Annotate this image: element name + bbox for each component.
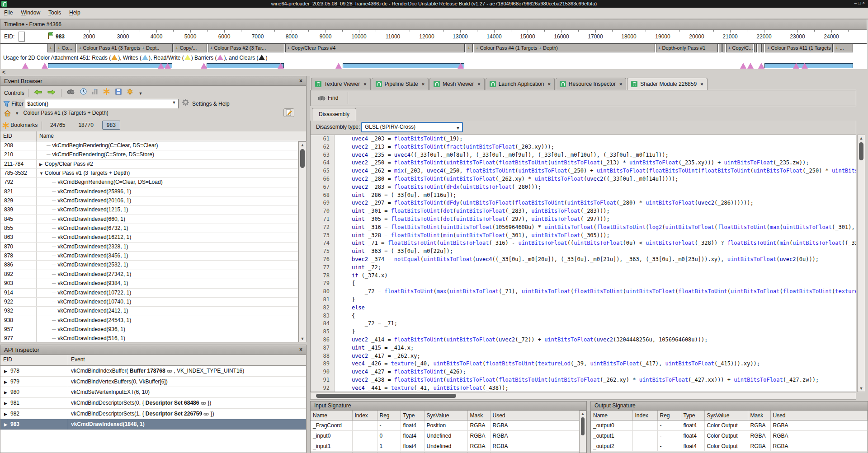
menu-tools[interactable]: Tools (44, 8, 65, 19)
tab-shader-module-226859[interactable]: Shader Module 226859× (627, 78, 707, 90)
event-row-863[interactable]: 863─vkCmdDrawIndexed(16212, 1) (0, 233, 298, 242)
current-eid-flag-icon[interactable] (47, 32, 54, 39)
col-event[interactable]: Event (68, 355, 306, 365)
event-row-210[interactable]: 210─vkCmdEndRendering(C=Store, DS=Store) (0, 150, 298, 159)
api-row-979[interactable]: ▶979vkCmdBindVertexBuffers(0, VkBuffer[6… (0, 377, 306, 388)
signature-splitter[interactable] (587, 401, 590, 453)
event-browser-table[interactable]: 208─vkCmdBeginRendering(C=Clear, DS=Clea… (0, 141, 298, 342)
menu-file[interactable]: File (0, 8, 17, 19)
breadcrumb[interactable]: Colour Pass #1 (3 Targets + Depth) (24, 110, 108, 116)
timing-clock-icon[interactable] (78, 87, 89, 96)
pass-segment[interactable]: + ... (834, 44, 853, 52)
close-icon[interactable]: × (700, 81, 703, 87)
pass-segment[interactable]: + Copy/... (174, 44, 207, 52)
api-row-982[interactable]: ▶982vkCmdBindDescriptorSets(1, { Descrip… (0, 409, 306, 420)
menu-help[interactable]: Help (65, 8, 85, 19)
close-icon[interactable]: × (363, 81, 366, 87)
signature-row[interactable]: _input11float4UndefinedRGBARGBA (311, 441, 586, 452)
scroll-up-icon[interactable]: ▲ (858, 136, 865, 140)
col-eid[interactable]: EID (0, 355, 68, 365)
scroll-down-icon[interactable]: ▼ (858, 386, 865, 391)
timeline-eid-scale[interactable]: EID: 983 2000300040005000600070008000900… (0, 30, 867, 44)
extensions-icon[interactable] (125, 87, 135, 96)
pass-segment[interactable]: + Copy/Clear Pass #4 (285, 44, 465, 52)
find-button[interactable]: Find (314, 93, 342, 103)
code-horizontal-scrollbar[interactable] (310, 392, 856, 400)
vertical-splitter[interactable] (307, 76, 310, 453)
signature-row[interactable]: _FragCoord-float4PositionRGBARGBA (311, 420, 586, 431)
pass-segment[interactable]: + Colour Pass #4 (1 Targets + Depth) (474, 44, 655, 52)
scroll-up-icon[interactable]: ▲ (580, 411, 586, 416)
code-lines[interactable]: uvec4 _203 = floatBitsToUint(_19); uvec2… (339, 135, 856, 392)
bookmark-button-983[interactable]: 983 (102, 121, 120, 130)
event-row-932[interactable]: 932─vkCmdDrawIndexed(2412, 1) (0, 307, 298, 316)
signature-row[interactable]: _input00float4UndefinedRGBARGBA (311, 431, 586, 441)
event-row-208[interactable]: 208─vkCmdBeginRendering(C=Clear, DS=Clea… (0, 141, 298, 150)
signature-row[interactable]: _output1-float4Color OutputRGBARGBA (591, 431, 868, 441)
event-row-886[interactable]: 886─vkCmdDrawIndexed(2532, 1) (0, 261, 298, 270)
timeline-scroll-left[interactable]: < (0, 69, 868, 76)
event-row-845[interactable]: 845─vkCmdDrawIndexed(660, 1) (0, 215, 298, 224)
event-row-855[interactable]: 855─vkCmdDrawIndexed(6732, 1) (0, 224, 298, 233)
bookmark-button-24765[interactable]: 24765 (46, 121, 70, 130)
input-signature-scrollbar[interactable]: ▲ (579, 411, 586, 453)
event-row-839[interactable]: 839─vkCmdDrawIndexed(1215, 1) (0, 205, 298, 215)
next-action-button[interactable] (46, 88, 57, 97)
event-row-829[interactable]: 829─vkCmdDrawIndexed(20106, 1) (0, 196, 298, 205)
pass-segment[interactable]: + Colour Pass #1 (3 Targets + Dept.. (77, 44, 173, 52)
event-row-977[interactable]: 977─vkCmdDrawIndexed(516, 1) (0, 334, 298, 342)
scrollbar-thumb[interactable] (581, 417, 585, 435)
pass-segment[interactable]: + Colour Pass #2 (3 Tar... (208, 44, 284, 52)
pass-segment[interactable] (758, 44, 760, 52)
close-icon[interactable]: × (619, 81, 622, 87)
close-icon[interactable]: × (299, 346, 302, 353)
scrollbar-thumb[interactable] (859, 142, 863, 160)
window-controls[interactable]: –□× (854, 0, 866, 5)
pass-segment[interactable] (754, 44, 757, 52)
tab-launch-application[interactable]: Launch Application× (486, 78, 555, 90)
pass-segment[interactable]: + (47, 44, 55, 52)
event-row-792[interactable]: 792─vkCmdBeginRendering(C=Clear, DS=Load… (0, 178, 298, 187)
api-row-980[interactable]: ▶980vkCmdSetVertexInputEXT(6, 10) (0, 387, 306, 398)
col-name[interactable]: Name (37, 131, 306, 141)
pass-segment[interactable]: + Co... (56, 44, 76, 52)
filter-dropdown-icon[interactable]: ▼ (172, 100, 176, 105)
event-row-211-784[interactable]: 211-784▶Copy/Clear Pass #2 (0, 160, 298, 169)
event-row-903[interactable]: 903─vkCmdDrawIndexed(9384, 1) (0, 279, 298, 288)
menu-window[interactable]: Window (17, 8, 44, 19)
timeline-usage-strip[interactable] (0, 63, 867, 69)
pass-segment[interactable] (722, 44, 725, 52)
minimize-icon[interactable]: – (854, 0, 859, 5)
close-icon[interactable]: × (862, 0, 866, 5)
settings-help-label[interactable]: Settings & Help (192, 101, 230, 107)
edit-notes-button[interactable] (283, 108, 294, 117)
scrollbar-thumb[interactable] (300, 149, 305, 168)
tab-resource-inspector[interactable]: Resource Inspector× (556, 78, 627, 90)
code-vertical-scrollbar[interactable]: ▲ ▼ (857, 135, 865, 392)
pass-segment[interactable]: + Copy/C... (726, 44, 753, 52)
disassembly-type-select[interactable]: GLSL (SPIRV-Cross) ▾ (361, 122, 463, 132)
api-inspector-table[interactable]: ▶978vkCmdBindIndexBuffer( Buffer 178768 … (0, 366, 307, 453)
event-row-785-3532[interactable]: 785-3532▼Colour Pass #1 (3 Targets + Dep… (0, 169, 298, 178)
scrollbar-thumb[interactable] (316, 394, 456, 398)
close-icon[interactable]: × (422, 81, 425, 87)
tab-pipeline-state[interactable]: Pipeline State× (372, 78, 429, 90)
settings-gear-icon[interactable] (180, 98, 191, 107)
api-row-981[interactable]: ▶981vkCmdBindDescriptorSets(0, { Descrip… (0, 398, 306, 409)
api-row-978[interactable]: ▶978vkCmdBindIndexBuffer( Buffer 178768 … (0, 366, 306, 377)
breadcrumb-dropdown-icon[interactable]: ▼ (15, 111, 19, 116)
bookmark-asterisk-icon[interactable] (101, 87, 112, 96)
tab-mesh-viewer[interactable]: Mesh Viewer× (429, 78, 485, 90)
pass-segment[interactable]: + Depth-only Pass #1 (656, 44, 718, 52)
event-browser-scrollbar[interactable]: ▲ ▼ (298, 141, 307, 342)
bookmark-button-18770[interactable]: 18770 (74, 121, 98, 130)
event-row-914[interactable]: 914─vkCmdDrawIndexed(10722, 1) (0, 289, 298, 298)
tab-disassembly[interactable]: Disassembly (312, 108, 356, 121)
find-event-icon[interactable] (65, 87, 76, 96)
signature-row[interactable]: _output2-float4Color OutputRGBARGBA (591, 441, 868, 452)
pass-segment[interactable] (761, 44, 764, 52)
signature-row[interactable]: _input22float4UndefinedRGBARGBA (311, 452, 586, 453)
scroll-up-icon[interactable]: ▲ (299, 143, 306, 147)
pass-segment[interactable]: + (466, 44, 473, 52)
event-row-870[interactable]: 870─vkCmdDrawIndexed(2328, 1) (0, 243, 298, 252)
